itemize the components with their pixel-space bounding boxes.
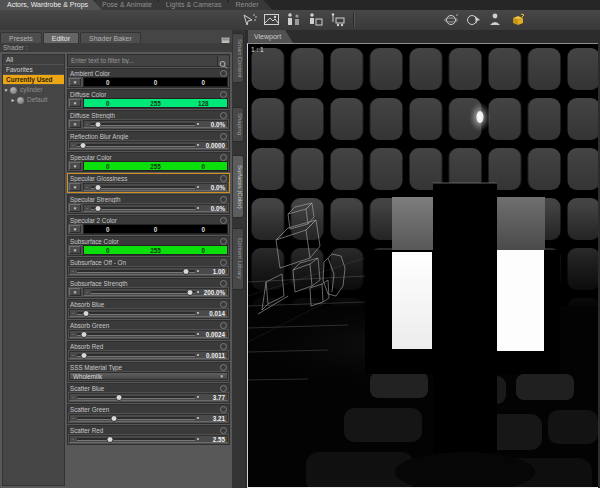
slider-track[interactable] <box>77 438 195 441</box>
figure-cart-icon[interactable] <box>329 12 346 27</box>
slider-track[interactable] <box>91 207 195 210</box>
param-dropdown-button[interactable]: ▼ <box>69 204 81 212</box>
parameter-menu-icon[interactable] <box>220 133 227 140</box>
color-value-bar[interactable]: 02550 <box>83 161 228 171</box>
param-dropdown-button[interactable]: ▼ <box>69 183 81 191</box>
color-value-bar[interactable]: 0255128 <box>83 98 228 108</box>
tab-content-library[interactable]: Content Library <box>233 228 244 290</box>
parameter-menu-icon[interactable] <box>220 280 227 287</box>
property-header[interactable]: Scatter Red <box>68 426 229 434</box>
param-dropdown-button[interactable]: ▼ <box>69 78 81 86</box>
slider-handle[interactable] <box>116 394 123 401</box>
slider[interactable]: -3.77 <box>69 393 228 401</box>
property-header[interactable]: Subsurface Color <box>68 237 229 245</box>
property-header[interactable]: Reflection Blur Angle <box>68 132 229 140</box>
slider[interactable]: -3.21 <box>69 414 228 422</box>
param-dropdown-button[interactable]: ▼ <box>69 120 81 128</box>
param-dropdown-button[interactable]: ▼ <box>69 99 81 107</box>
slider-track[interactable] <box>77 417 195 420</box>
figures-icon[interactable] <box>285 12 302 27</box>
param-dropdown-button[interactable]: ▼ <box>69 246 81 254</box>
sss-material-select[interactable]: Wholemilk▼ <box>69 372 228 380</box>
parameter-menu-icon[interactable] <box>220 91 227 98</box>
slider[interactable]: -0.0000 <box>69 141 228 149</box>
filter-item-all[interactable]: All <box>3 55 64 65</box>
parameter-menu-icon[interactable] <box>220 112 227 119</box>
param-dropdown-button[interactable]: ▼ <box>69 288 81 296</box>
slider-track[interactable] <box>77 270 195 273</box>
slider-track[interactable] <box>91 186 195 189</box>
property-header[interactable]: Absorb Blue <box>68 300 229 308</box>
slider-handle[interactable] <box>79 142 86 149</box>
tree-item-cylinder[interactable]: ▼ cylinder <box>3 85 64 95</box>
property-header[interactable]: Absorb Red <box>68 342 229 350</box>
filter-search-field[interactable]: Enter text to filter by... <box>67 54 230 67</box>
tab-shaping[interactable]: Shaping <box>233 107 244 142</box>
property-header[interactable]: Scatter Blue <box>68 384 229 392</box>
property-header[interactable]: Specular Glossiness <box>68 174 229 182</box>
slider-handle[interactable] <box>95 121 102 128</box>
tree-item-default[interactable]: ► Default <box>3 95 64 105</box>
property-header[interactable]: Diffuse Color <box>68 90 229 98</box>
slider[interactable]: -2.55 <box>69 435 228 443</box>
property-header[interactable]: Diffuse Strength <box>68 111 229 119</box>
search-icon[interactable] <box>217 56 229 66</box>
gold-cube-icon[interactable] <box>509 12 526 27</box>
slider-handle[interactable] <box>182 268 189 275</box>
parameter-menu-icon[interactable] <box>220 217 227 224</box>
parameter-menu-icon[interactable] <box>220 154 227 161</box>
slider-track[interactable] <box>77 312 195 315</box>
filter-item-favorites[interactable]: Favorites <box>3 65 64 75</box>
tab-pose-animate[interactable]: Pose & Animate <box>95 0 166 10</box>
parameter-menu-icon[interactable] <box>220 343 227 350</box>
slider[interactable]: -0.014 <box>69 309 228 317</box>
slider-handle[interactable] <box>83 310 90 317</box>
slider-track[interactable] <box>77 333 195 336</box>
image-icon[interactable] <box>263 12 280 27</box>
slider-handle[interactable] <box>95 184 102 191</box>
parameter-menu-icon[interactable] <box>220 70 227 77</box>
slider-track[interactable] <box>77 354 195 357</box>
parameter-menu-icon[interactable] <box>220 427 227 434</box>
parameter-menu-icon[interactable] <box>220 259 227 266</box>
property-header[interactable]: SSS Material Type <box>68 363 229 371</box>
property-header[interactable]: Absorb Green <box>68 321 229 329</box>
orbit-icon[interactable] <box>443 12 460 27</box>
slider-track[interactable] <box>91 291 195 294</box>
param-dropdown-button[interactable]: ▼ <box>69 225 81 233</box>
pointer-spray-icon[interactable] <box>241 12 258 27</box>
tab-viewport[interactable]: Viewport <box>248 30 293 43</box>
color-value-bar[interactable]: 02550 <box>83 245 228 255</box>
parameter-menu-icon[interactable] <box>220 301 227 308</box>
parameter-menu-icon[interactable] <box>220 196 227 203</box>
orbit-pointer-icon[interactable] <box>465 12 482 27</box>
property-header[interactable]: Subsurface Strength <box>68 279 229 287</box>
parameter-menu-icon[interactable] <box>220 175 227 182</box>
slider-handle[interactable] <box>81 331 88 338</box>
person-icon[interactable] <box>487 12 504 27</box>
slider-track[interactable] <box>77 144 195 147</box>
slider[interactable]: -0.0011 <box>69 351 228 359</box>
slider[interactable]: -200.0% <box>83 288 228 296</box>
property-header[interactable]: Ambient Color <box>68 69 229 77</box>
slider-handle[interactable] <box>186 289 193 296</box>
slider[interactable]: -0.0% <box>83 183 228 191</box>
parameter-menu-icon[interactable] <box>220 364 227 371</box>
panel-menu-icon[interactable] <box>221 32 230 41</box>
slider[interactable]: -0.0% <box>83 120 228 128</box>
parameter-menu-icon[interactable] <box>220 406 227 413</box>
property-header[interactable]: Specular Strength <box>68 195 229 203</box>
slider-track[interactable] <box>91 123 195 126</box>
slider-handle[interactable] <box>110 415 117 422</box>
tab-lights-cameras[interactable]: Lights & Cameras <box>159 0 236 10</box>
slider-handle[interactable] <box>81 352 88 359</box>
parameter-menu-icon[interactable] <box>220 238 227 245</box>
color-value-bar[interactable]: 000 <box>83 77 228 87</box>
figure-box-icon[interactable] <box>307 12 324 27</box>
parameter-menu-icon[interactable] <box>220 322 227 329</box>
property-header[interactable]: Specular Color <box>68 153 229 161</box>
filter-item-currently-used[interactable]: Currently Used <box>3 75 64 85</box>
param-dropdown-button[interactable]: ▼ <box>69 162 81 170</box>
slider[interactable]: -0.0024 <box>69 330 228 338</box>
slider[interactable]: -0.0% <box>83 204 228 212</box>
